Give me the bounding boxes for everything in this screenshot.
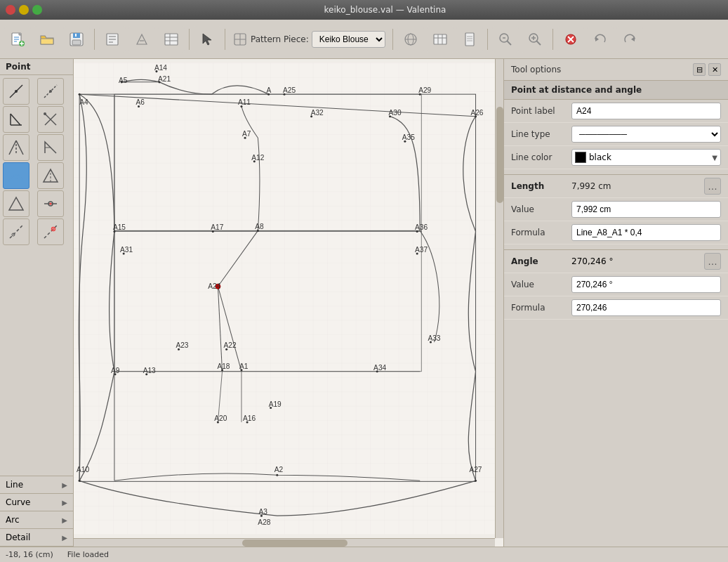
horizontal-scrollbar-thumb[interactable] — [242, 540, 348, 547]
panel-restore-button[interactable]: ⊟ — [693, 63, 706, 76]
angle-label: Angle — [511, 256, 567, 266]
line-tab-arrow: ▶ — [62, 481, 67, 489]
new-button[interactable] — [4, 26, 31, 53]
svg-text:A17: A17 — [211, 223, 223, 231]
length-dots-button[interactable]: … — [704, 178, 721, 195]
svg-text:A31: A31 — [120, 246, 133, 254]
triangle-tool[interactable] — [37, 162, 64, 189]
pattern-piece-dropdown[interactable]: Keiko Blouse — [312, 31, 385, 48]
page-button[interactable] — [456, 26, 483, 53]
svg-text:A12: A12 — [251, 154, 264, 162]
svg-marker-65 — [9, 197, 23, 210]
layout-button[interactable] — [397, 26, 424, 53]
svg-text:A34: A34 — [373, 364, 386, 372]
dashed-line-tool[interactable] — [3, 218, 29, 245]
svg-text:A11: A11 — [238, 98, 251, 106]
svg-text:A16: A16 — [243, 414, 256, 422]
length-formula-label: Formula — [511, 228, 567, 237]
svg-text:A2: A2 — [274, 466, 284, 473]
line-type-select[interactable]: ──────── - - - - - · · · · · — [571, 126, 721, 143]
vertical-scrollbar-thumb[interactable] — [496, 107, 503, 202]
length-formula-row: Formula — [504, 221, 728, 244]
measurements-button[interactable] — [128, 26, 155, 53]
section-divider-2 — [504, 244, 728, 250]
toolbar-sep-1 — [94, 29, 95, 50]
arc-tab[interactable]: Arc ▶ — [0, 511, 73, 529]
curve-intersect-tool[interactable] — [3, 162, 29, 189]
angle-formula-row: Formula — [504, 296, 728, 320]
table2-button[interactable] — [427, 26, 454, 53]
svg-point-158 — [217, 421, 219, 423]
svg-point-145 — [416, 230, 418, 233]
svg-point-131 — [79, 93, 81, 96]
cursor-button[interactable] — [194, 26, 220, 53]
right-panel: Tool options ⊟ ✕ Point at distance and a… — [503, 59, 728, 547]
svg-point-146 — [416, 252, 418, 254]
redo-button[interactable] — [616, 26, 643, 53]
history-button[interactable] — [99, 26, 126, 53]
shoulder-tool[interactable] — [37, 134, 64, 161]
angle-value-input[interactable] — [571, 276, 721, 293]
svg-point-134 — [283, 93, 285, 96]
svg-point-161 — [475, 480, 477, 482]
normal-tool[interactable] — [37, 106, 64, 133]
svg-point-56 — [44, 112, 46, 115]
zoom-out-button[interactable] — [492, 26, 519, 53]
pattern-piece-icon — [232, 32, 248, 47]
left-panel: Point — [0, 59, 74, 547]
svg-line-69 — [10, 226, 22, 238]
save-button[interactable] — [63, 26, 90, 53]
vertical-scrollbar[interactable] — [495, 59, 503, 538]
angle-dots-button[interactable]: … — [704, 253, 721, 270]
variables-button[interactable] — [158, 26, 185, 53]
zoom-in-button[interactable] — [522, 26, 548, 53]
point-label-input[interactable] — [571, 103, 721, 119]
arc-tab-arrow: ▶ — [62, 516, 67, 524]
canvas-area[interactable]: A A5 A14 A21 A4 A6 A11 A25 A29 A26 A32 A… — [74, 59, 503, 547]
line-color-selector[interactable]: black ▼ — [571, 149, 721, 166]
measure-tool[interactable] — [3, 190, 29, 217]
statusbar: -18, 16 (cm) File loaded — [0, 547, 728, 562]
length-value-label: Value — [511, 204, 567, 214]
svg-text:A13: A13 — [143, 367, 156, 374]
svg-text:A37: A37 — [415, 246, 428, 254]
curve-tab[interactable]: Curve ▶ — [0, 494, 73, 511]
angle-value: 270,246 ° — [571, 256, 700, 266]
svg-point-144 — [113, 230, 115, 233]
line-tab[interactable]: Line ▶ — [0, 476, 73, 494]
svg-text:A15: A15 — [113, 223, 126, 231]
svg-point-142 — [212, 230, 214, 233]
line-color-label: Line color — [511, 152, 567, 162]
file-status: File loaded — [67, 550, 109, 559]
close-window-button[interactable] — [6, 5, 15, 15]
svg-text:A23: A23 — [176, 341, 188, 349]
open-button[interactable] — [34, 26, 60, 53]
pattern-canvas[interactable]: A A5 A14 A21 A4 A6 A11 A25 A29 A26 A32 A… — [74, 59, 495, 538]
point-end-tool[interactable] — [37, 218, 64, 245]
horizontal-scrollbar[interactable] — [74, 538, 495, 547]
undo-button[interactable] — [587, 26, 614, 53]
midpoint-tool[interactable] — [37, 190, 64, 217]
panel-title: Point — [0, 59, 73, 75]
svg-marker-46 — [631, 37, 635, 41]
length-value-input[interactable] — [571, 201, 721, 218]
svg-line-37 — [507, 41, 511, 45]
at-distance-angle-tool[interactable] — [3, 106, 29, 133]
bisector-tool[interactable] — [3, 134, 29, 161]
close-doc-button[interactable] — [557, 26, 584, 53]
angle-value-row: Value — [504, 273, 728, 296]
angle-formula-input[interactable] — [571, 299, 721, 316]
tool-options-header: Tool options ⊟ ✕ — [504, 59, 728, 81]
detail-tab-arrow: ▶ — [62, 534, 67, 542]
panel-close-button[interactable]: ✕ — [708, 63, 721, 76]
svg-text:A18: A18 — [217, 362, 230, 370]
svg-text:A14: A14 — [154, 64, 167, 72]
along-line-tool[interactable] — [37, 78, 64, 105]
detail-tab[interactable]: Detail ▶ — [0, 529, 73, 547]
svg-point-141 — [253, 160, 256, 162]
minimize-window-button[interactable] — [19, 5, 29, 15]
line-point-tool[interactable] — [3, 78, 29, 105]
maximize-window-button[interactable] — [32, 5, 42, 15]
length-formula-input[interactable] — [571, 224, 721, 241]
svg-point-150 — [114, 373, 116, 375]
